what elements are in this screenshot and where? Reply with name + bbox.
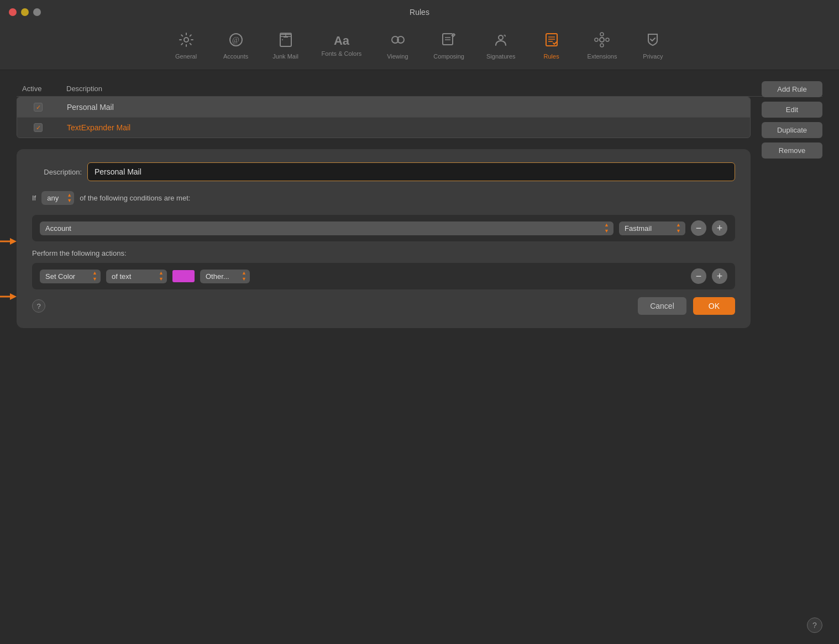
rules-label: Rules: [544, 53, 559, 60]
table-row[interactable]: Personal Mail: [17, 97, 750, 118]
privacy-label: Privacy: [643, 53, 663, 60]
svg-point-22: [606, 38, 609, 41]
any-select[interactable]: any all: [41, 191, 74, 205]
rule-checkbox-1[interactable]: [34, 103, 43, 112]
fastmail-select[interactable]: Fastmail: [619, 221, 685, 235]
description-input[interactable]: [87, 162, 735, 181]
duplicate-button[interactable]: Duplicate: [762, 122, 822, 138]
privacy-icon: [645, 32, 660, 50]
set-color-select[interactable]: Set Color: [40, 270, 101, 283]
svg-rect-14: [546, 34, 557, 46]
dialog-footer: ? Cancel OK: [32, 297, 735, 315]
composing-icon: [441, 32, 457, 50]
any-dropdown-wrapper[interactable]: any all ▲▼: [41, 191, 74, 205]
ok-button[interactable]: OK: [693, 297, 735, 315]
general-icon: [179, 32, 194, 50]
description-row: Description:: [32, 162, 735, 181]
svg-point-21: [595, 38, 598, 41]
conditions-text: of the following conditions are met:: [80, 194, 190, 202]
description-label: Description:: [32, 168, 82, 176]
account-dropdown-wrapper[interactable]: Account ▲▼: [40, 221, 613, 235]
close-button[interactable]: [9, 8, 17, 16]
svg-point-19: [600, 33, 604, 36]
perform-label: Perform the following actions:: [32, 249, 735, 257]
junk-mail-label: Junk Mail: [272, 53, 298, 60]
other-dropdown-wrapper[interactable]: Other... ▲▼: [200, 270, 250, 283]
toolbar-item-general[interactable]: General: [161, 29, 211, 63]
traffic-lights: [9, 8, 41, 16]
toolbar-item-junk-mail[interactable]: Junk Mail: [261, 29, 311, 63]
rule-checkbox-2[interactable]: [34, 123, 43, 132]
rule-name-1: Personal Mail: [67, 103, 744, 112]
composing-label: Composing: [433, 53, 464, 60]
remove-action-button[interactable]: −: [691, 268, 706, 284]
toolbar: General @ Accounts Junk Mail Aa Fonts & …: [0, 24, 839, 70]
svg-point-20: [600, 44, 604, 47]
other-select[interactable]: Other...: [200, 270, 250, 283]
viewing-label: Viewing: [387, 53, 408, 60]
dialog: Description: If any all ▲▼: [17, 149, 751, 328]
dialog-help-button[interactable]: ?: [32, 299, 45, 313]
toolbar-item-privacy[interactable]: Privacy: [628, 29, 678, 63]
rule-name-2: TextExpander Mail: [67, 123, 744, 132]
accounts-label: Accounts: [223, 53, 248, 60]
accounts-icon: @: [228, 32, 244, 50]
set-color-dropdown-wrapper[interactable]: Set Color ▲▼: [40, 270, 101, 283]
bottom-help-button[interactable]: ?: [807, 617, 822, 633]
toolbar-item-signatures[interactable]: Signatures: [475, 29, 527, 63]
action-row: Set Color ▲▼ of text ▲▼: [32, 263, 735, 289]
if-label: If: [32, 194, 36, 202]
fonts-colors-label: Fonts & Colors: [322, 50, 362, 57]
svg-point-18: [600, 38, 604, 42]
toolbar-item-viewing[interactable]: Viewing: [373, 29, 422, 63]
col-description-label: Description: [66, 85, 817, 93]
toolbar-item-rules[interactable]: Rules: [527, 29, 576, 63]
rules-table: Personal Mail TextExpander Mail: [17, 97, 751, 138]
extensions-icon: [594, 32, 610, 50]
col-active-label: Active: [22, 85, 66, 93]
of-text-select[interactable]: of text: [106, 270, 167, 283]
if-row: If any all ▲▼ of the following condition…: [32, 191, 735, 205]
extensions-label: Extensions: [588, 53, 617, 60]
toolbar-item-accounts[interactable]: @ Accounts: [211, 29, 261, 63]
add-condition-button[interactable]: +: [712, 220, 727, 236]
toolbar-item-composing[interactable]: Composing: [422, 29, 475, 63]
svg-point-0: [184, 38, 188, 42]
rules-icon: [544, 32, 559, 50]
remove-condition-button[interactable]: −: [691, 220, 706, 236]
condition-items-row: Account ▲▼ Fastmail ▲▼ − +: [32, 215, 735, 241]
svg-marker-24: [10, 238, 17, 245]
main-content: Active Description Personal Mail TextExp…: [0, 70, 839, 339]
fonts-colors-icon: Aa: [334, 35, 349, 47]
toolbar-item-extensions[interactable]: Extensions: [576, 29, 628, 63]
side-buttons: Add Rule Edit Duplicate Remove: [762, 81, 822, 159]
remove-button[interactable]: Remove: [762, 142, 822, 159]
svg-rect-10: [443, 34, 453, 45]
svg-text:@: @: [232, 36, 239, 44]
account-select[interactable]: Account: [40, 221, 613, 235]
general-label: General: [175, 53, 197, 60]
viewing-icon: [390, 32, 405, 50]
signatures-label: Signatures: [486, 53, 516, 60]
edit-button[interactable]: Edit: [762, 102, 822, 118]
fastmail-dropdown-wrapper[interactable]: Fastmail ▲▼: [619, 221, 685, 235]
svg-point-13: [499, 35, 503, 40]
toolbar-item-fonts-colors[interactable]: Aa Fonts & Colors: [311, 31, 373, 60]
title-bar: Rules: [0, 0, 839, 24]
of-text-dropdown-wrapper[interactable]: of text ▲▼: [106, 270, 167, 283]
table-row[interactable]: TextExpander Mail: [17, 118, 750, 138]
table-header: Active Description: [17, 81, 822, 97]
svg-marker-26: [10, 293, 17, 300]
add-action-button[interactable]: +: [712, 268, 727, 284]
signatures-icon: [493, 32, 508, 50]
color-swatch[interactable]: [172, 270, 195, 282]
cancel-button[interactable]: Cancel: [638, 297, 686, 315]
add-rule-button[interactable]: Add Rule: [762, 81, 822, 97]
minimize-button[interactable]: [21, 8, 29, 16]
maximize-button[interactable]: [33, 8, 41, 16]
junk-mail-icon: [278, 32, 293, 50]
window-title: Rules: [410, 8, 429, 17]
